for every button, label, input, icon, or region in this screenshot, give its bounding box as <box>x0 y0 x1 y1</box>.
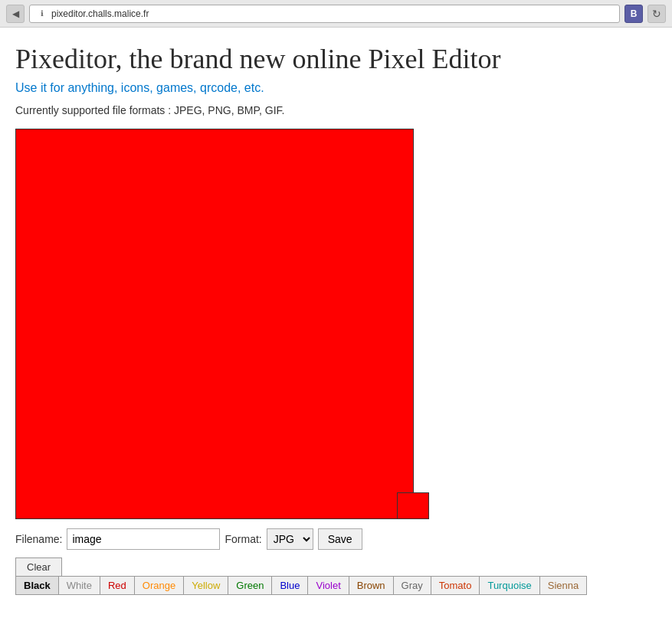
color-sienna[interactable]: Sienna <box>539 576 587 595</box>
color-black[interactable]: Black <box>15 576 58 595</box>
color-gray[interactable]: Gray <box>393 576 431 595</box>
reload-icon: ↻ <box>652 8 661 20</box>
color-turquoise[interactable]: Turquoise <box>479 576 539 595</box>
color-brown[interactable]: Brown <box>349 576 393 595</box>
bookmark-button[interactable]: B <box>624 5 643 23</box>
page-content: Pixeditor, the brand new online Pixel Ed… <box>0 28 672 631</box>
controls-row: Filename: Format: JPG PNG BMP GIF Save <box>15 528 657 550</box>
color-palette: Clear Black White Red Orange Yellow Gree… <box>15 557 657 595</box>
page-formats: Currently supported file formats : JPEG,… <box>15 104 657 116</box>
colors-row: Black White Red Orange Yellow Green Blue… <box>15 576 657 595</box>
main-canvas[interactable] <box>15 129 414 519</box>
page-subtitle: Use it for anything, icons, games, qrcod… <box>15 81 657 95</box>
color-orange[interactable]: Orange <box>134 576 183 595</box>
filename-label: Filename: <box>15 533 62 545</box>
format-label: Format: <box>225 533 261 545</box>
color-green[interactable]: Green <box>228 576 271 595</box>
canvas-wrapper <box>15 129 429 519</box>
format-select[interactable]: JPG PNG BMP GIF <box>267 528 313 550</box>
back-button[interactable]: ◀ <box>6 5 25 23</box>
color-white[interactable]: White <box>58 576 100 595</box>
address-text: pixeditor.challs.malice.fr <box>51 8 149 19</box>
save-button[interactable]: Save <box>318 528 362 550</box>
bookmark-label: B <box>631 8 638 19</box>
mini-canvas <box>397 492 429 519</box>
reload-button[interactable]: ↻ <box>647 5 666 23</box>
clear-btn-row: Clear <box>15 557 657 576</box>
filename-input[interactable] <box>67 528 220 550</box>
color-blue[interactable]: Blue <box>271 576 307 595</box>
back-icon: ◀ <box>12 8 19 19</box>
page-title: Pixeditor, the brand new online Pixel Ed… <box>15 43 657 75</box>
clear-button[interactable]: Clear <box>15 557 62 576</box>
color-yellow[interactable]: Yellow <box>183 576 228 595</box>
color-red[interactable]: Red <box>100 576 134 595</box>
address-bar[interactable]: ℹ pixeditor.challs.malice.fr <box>29 5 620 23</box>
security-icon: ℹ <box>36 8 48 20</box>
color-violet[interactable]: Violet <box>307 576 348 595</box>
browser-toolbar: ◀ ℹ pixeditor.challs.malice.fr B ↻ <box>0 0 672 28</box>
color-tomato[interactable]: Tomato <box>431 576 480 595</box>
